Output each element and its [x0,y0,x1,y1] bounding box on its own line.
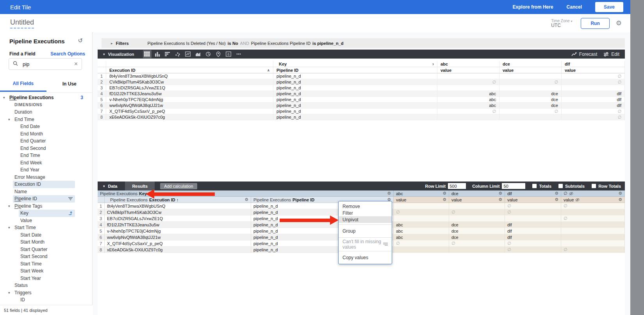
cell-value[interactable]: dlf [562,103,625,108]
menu-item-copy-values[interactable]: Copy values [339,253,392,262]
field-item-start-date[interactable]: Start Date [0,231,93,239]
value-header-gear-icon[interactable]: ⚙ [555,197,558,202]
timezone-selector[interactable]: Time Zone ▾ UTC [551,19,572,28]
field-item-status[interactable]: Status [0,282,93,289]
cell-execution-id[interactable]: fD1l2J2hTTKE3Jeanu3u5w [105,222,251,228]
pivot-header-gear-icon[interactable]: ⚙ [618,191,622,196]
cell-value[interactable]: dlf [562,97,625,102]
single-value-icon[interactable]: 6 [224,50,233,58]
cell-pipeline-id[interactable]: pipeline_n_d [273,73,437,79]
cell-value[interactable]: ∅ [561,203,625,209]
cell-value[interactable]: ∅ [437,79,500,85]
search-options-link[interactable]: Search Options [50,51,85,57]
cell-value[interactable]: ∅ [505,240,561,247]
cell-value[interactable] [437,114,500,120]
data-collapse-icon[interactable]: ▾ [103,184,105,188]
field-item-triggers[interactable]: ▾Triggers [0,289,93,297]
tab-all-fields[interactable]: All Fields [0,76,46,92]
cell-pipeline-id[interactable]: pipeline_n_d [273,114,437,120]
results-pivot-header-dlf[interactable]: dlf⚙ [505,190,561,197]
cell-value[interactable] [561,222,625,228]
cell-value[interactable]: ∅ [505,247,561,253]
cell-value[interactable] [449,203,505,209]
column-limit-input[interactable] [502,183,525,189]
field-item-start-week[interactable]: Start Week [0,267,93,275]
edit-viz-button[interactable]: Edit [603,52,619,57]
totals-checkbox[interactable] [532,184,537,188]
table-chart-icon[interactable] [143,50,152,58]
menu-item-remove[interactable]: Remove [339,203,392,210]
expand-caret-icon[interactable]: ▾ [8,204,10,208]
cell-value[interactable]: dlf [505,222,561,228]
cell-value[interactable]: abc [394,234,449,240]
results-value-header[interactable]: value⚙ [394,197,449,203]
scatter-chart-icon[interactable] [173,50,182,58]
field-item-start-time[interactable]: ▾Start Time [0,224,93,231]
field-item-value[interactable]: Value [0,217,93,224]
explore-from-here-button[interactable]: Explore from Here [513,4,553,10]
results-key-group-header[interactable]: Pipeline ExecutionsKey ›⚙ [98,190,394,197]
cell-value[interactable] [449,215,505,222]
cell-value[interactable]: ∅ [562,114,625,120]
cell-execution-id[interactable]: EB7ciDIZR5GALsJVxwZE1Q [106,85,273,91]
filters-bar[interactable]: ▸ Filters Pipeline Executions Is Deleted… [102,38,625,48]
field-item-execution-id[interactable]: Execution ID [0,181,93,188]
cell-execution-id[interactable]: CVkBklplTfum4SKab3O3Cw [106,79,273,85]
field-item-key[interactable]: Key [0,210,93,217]
field-item-end-month[interactable]: End Month [0,130,93,138]
cell-pipeline-id[interactable]: pipeline_n_d [273,97,437,102]
cell-value[interactable]: ∅ [449,209,505,215]
cell-pipeline-id[interactable]: pipeline_n_d [273,91,437,96]
cell-value[interactable]: abc [394,222,449,228]
pivot-group-header-key[interactable]: Key› [273,61,437,67]
cell-value[interactable]: ∅ [562,109,625,114]
cell-value[interactable] [437,73,500,79]
history-icon[interactable]: ↺ [78,37,83,44]
cell-value[interactable] [562,85,625,91]
field-item-pipeline-tags[interactable]: ▾Pipeline Tags [0,203,93,210]
area-chart-icon[interactable] [194,50,202,58]
cell-value[interactable]: ∅ [561,215,625,222]
field-item-end-time[interactable]: End Time [0,152,93,159]
field-item-end-date[interactable]: End Date [0,123,93,130]
value-col-header[interactable]: value [562,67,625,73]
cell-value[interactable] [505,215,561,222]
filter-icon[interactable] [68,197,73,201]
field-item-end-year[interactable]: End Year [0,166,93,174]
results-pivot-header-dce[interactable]: dce⚙ [449,190,505,197]
cell-value[interactable]: dce [500,97,562,102]
cell-value[interactable] [500,85,562,91]
pivot-icon[interactable] [68,211,73,216]
pivot-col-header[interactable]: abc [437,61,500,67]
cell-pipeline-id[interactable]: pipeline_n_d [273,109,437,114]
cell-execution-id[interactable]: X_QTIF4dSyCsSaxV_p_peQ [106,109,273,114]
cell-pipeline-id[interactable]: pipeline_n_d [273,79,437,85]
run-button[interactable]: Run [581,18,609,29]
field-item-id[interactable]: ID [0,296,93,304]
cell-execution-id[interactable]: xE6eADGkSk-OXiUOZ97c0g [106,114,273,120]
cell-value[interactable]: ∅ [561,247,625,253]
field-item-error-message[interactable]: Error Message [0,174,93,181]
field-item-start-year[interactable]: Start Year [0,275,93,282]
cell-value[interactable]: ∅ [437,109,500,114]
cell-value[interactable]: ∅ [562,79,625,85]
field-item-end-time[interactable]: ▾End Time [0,116,93,123]
field-search-box[interactable]: × [9,58,82,70]
field-item-duration[interactable]: Duration [0,109,93,116]
cell-value[interactable] [437,85,500,91]
field-item-start-second[interactable]: Start Second [0,253,93,260]
cell-value[interactable] [561,228,625,234]
field-item-end-second[interactable]: End Second [0,145,93,152]
cell-execution-id[interactable]: ww6vlpNvQfWdA38qtJJ21w [106,103,273,108]
value-col-header[interactable]: value [437,67,500,73]
cell-value[interactable]: dce [500,91,562,96]
bar-chart-icon[interactable] [163,50,172,58]
filters-expand-icon[interactable]: ▸ [111,41,113,45]
cell-execution-id[interactable]: X_QTIF4dSyCsSaxV_p_peQ [105,240,251,247]
cell-execution-id[interactable]: 8t4yVen8T3mwaXBWgbUSnQ [105,203,251,209]
cell-execution-id[interactable]: v-Nheh0pTPC7E0jC4dmNjg [106,97,273,102]
more-charts-icon[interactable] [234,50,243,58]
subtotals-checkbox[interactable] [558,184,563,188]
results-value-header[interactable]: value⚙ [505,197,561,203]
menu-item-filter[interactable]: Filter [339,210,392,216]
